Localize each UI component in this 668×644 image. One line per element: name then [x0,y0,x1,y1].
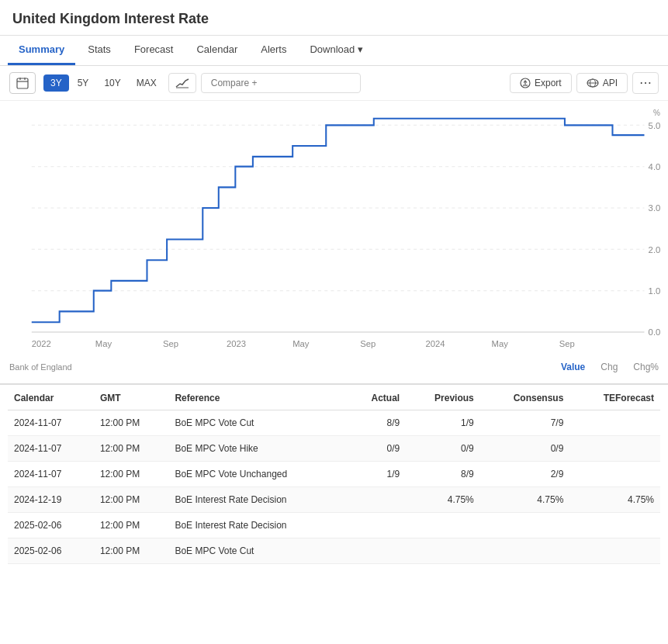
time-btn-5y[interactable]: 5Y [71,74,96,92]
svg-text:May: May [292,339,310,348]
cell-reference: BoE MPC Vote Cut [168,410,347,436]
svg-text:2022: 2022 [32,339,51,348]
col-header-calendar: Calendar [8,385,94,410]
table-row[interactable]: 2025-02-06 12:00 PM BoE Interest Rate De… [8,513,660,538]
calendar-icon [16,77,29,89]
cell-previous: 4.75% [406,487,480,513]
svg-text:0.0: 0.0 [649,327,660,337]
cell-previous: 0/9 [406,436,480,462]
cell-consensus: 4.75% [480,487,570,513]
col-header-gmt: GMT [94,385,169,410]
time-range-group: 3Y 5Y 10Y MAX [43,74,164,92]
chart-footer: Bank of England Value Chg Chg% [0,357,668,380]
svg-text:3.0: 3.0 [649,203,660,213]
svg-text:4.0: 4.0 [649,162,660,171]
cell-reference: BoE Interest Rate Decision [168,487,347,513]
cell-teforecast [569,513,660,538]
cell-actual: 1/9 [348,462,406,487]
api-icon [587,78,599,88]
table-header-row: Calendar GMT Reference Actual Previous C… [8,385,660,410]
chart-type-button[interactable] [168,73,196,93]
cell-teforecast [569,410,660,436]
svg-text:2024: 2024 [425,339,445,348]
cell-gmt: 12:00 PM [94,436,169,462]
toolbar: 3Y 5Y 10Y MAX Export API ⋯ [0,66,668,101]
cell-previous: 1/9 [406,410,480,436]
cell-actual [348,513,406,538]
tab-stats[interactable]: Stats [77,36,122,65]
page-title: United Kingdom Interest Rate [0,0,668,36]
chart-source: Bank of England [9,362,72,372]
svg-text:2.0: 2.0 [649,244,660,254]
cell-gmt: 12:00 PM [94,462,169,487]
time-btn-max[interactable]: MAX [130,74,164,92]
tab-calendar[interactable]: Calendar [185,36,248,65]
cell-consensus: 7/9 [480,410,570,436]
chart-y-label: % [653,109,660,117]
cell-reference: BoE MPC Vote Hike [168,436,347,462]
table-row[interactable]: 2024-12-19 12:00 PM BoE Interest Rate De… [8,487,660,513]
table-row[interactable]: 2024-11-07 12:00 PM BoE MPC Vote Cut 8/9… [8,410,660,436]
cell-teforecast [569,436,660,462]
cell-calendar: 2025-02-06 [8,538,94,564]
api-button[interactable]: API [576,73,628,93]
table-row[interactable]: 2024-11-07 12:00 PM BoE MPC Vote Unchang… [8,462,660,487]
cell-teforecast [569,462,660,487]
cell-actual [348,538,406,564]
svg-rect-0 [17,78,28,88]
table-container: Calendar GMT Reference Actual Previous C… [0,383,668,580]
svg-text:Sep: Sep [559,339,575,348]
compare-input[interactable] [201,73,361,93]
export-icon [520,78,531,88]
svg-text:May: May [492,339,509,348]
tab-forecast[interactable]: Forecast [123,36,185,65]
cell-calendar: 2025-02-06 [8,513,94,538]
export-button[interactable]: Export [510,73,572,93]
cell-consensus: 2/9 [480,462,570,487]
cell-previous: 8/9 [406,462,480,487]
cell-actual [348,487,406,513]
col-value-label: Value [561,362,585,372]
time-btn-3y[interactable]: 3Y [43,74,69,92]
data-table: Calendar GMT Reference Actual Previous C… [8,385,660,564]
cell-gmt: 12:00 PM [94,487,169,513]
chart-container: % .grid-line { stroke: #e8e8e8; stroke-w… [0,101,668,357]
tab-bar: Summary Stats Forecast Calendar Alerts D… [0,36,668,66]
cell-reference: BoE Interest Rate Decision [168,513,347,538]
export-label: Export [535,78,562,88]
cell-reference: BoE MPC Vote Cut [168,538,347,564]
col-header-actual: Actual [348,385,406,410]
chevron-down-icon: ▾ [358,43,363,55]
cell-gmt: 12:00 PM [94,410,169,436]
cell-calendar: 2024-11-07 [8,462,94,487]
cell-teforecast [569,538,660,564]
cell-calendar: 2024-11-07 [8,436,94,462]
cell-gmt: 12:00 PM [94,513,169,538]
tab-download[interactable]: Download ▾ [299,36,374,65]
col-chg-label: Chg [601,362,618,372]
calendar-icon-button[interactable] [9,72,36,94]
cell-consensus: 0/9 [480,436,570,462]
svg-text:Sep: Sep [360,339,376,348]
cell-reference: BoE MPC Vote Unchanged [168,462,347,487]
tab-alerts[interactable]: Alerts [250,36,297,65]
col-header-teforecast: TEForecast [569,385,660,410]
cell-previous [406,538,480,564]
svg-text:May: May [95,339,112,348]
more-options-button[interactable]: ⋯ [632,72,659,94]
tab-summary[interactable]: Summary [8,36,75,65]
table-row[interactable]: 2025-02-06 12:00 PM BoE MPC Vote Cut [8,538,660,564]
cell-calendar: 2024-11-07 [8,410,94,436]
chart-value-cols: Value Chg Chg% [561,362,659,372]
cell-actual: 8/9 [348,410,406,436]
chart-svg[interactable]: .grid-line { stroke: #e8e8e8; stroke-wid… [8,109,660,357]
time-btn-10y[interactable]: 10Y [97,74,127,92]
line-chart-icon [175,78,189,88]
chart-wrapper: % .grid-line { stroke: #e8e8e8; stroke-w… [8,109,660,357]
cell-teforecast: 4.75% [569,487,660,513]
col-header-reference: Reference [168,385,347,410]
table-row[interactable]: 2024-11-07 12:00 PM BoE MPC Vote Hike 0/… [8,436,660,462]
cell-previous [406,513,480,538]
cell-consensus [480,538,570,564]
col-header-consensus: Consensus [480,385,570,410]
